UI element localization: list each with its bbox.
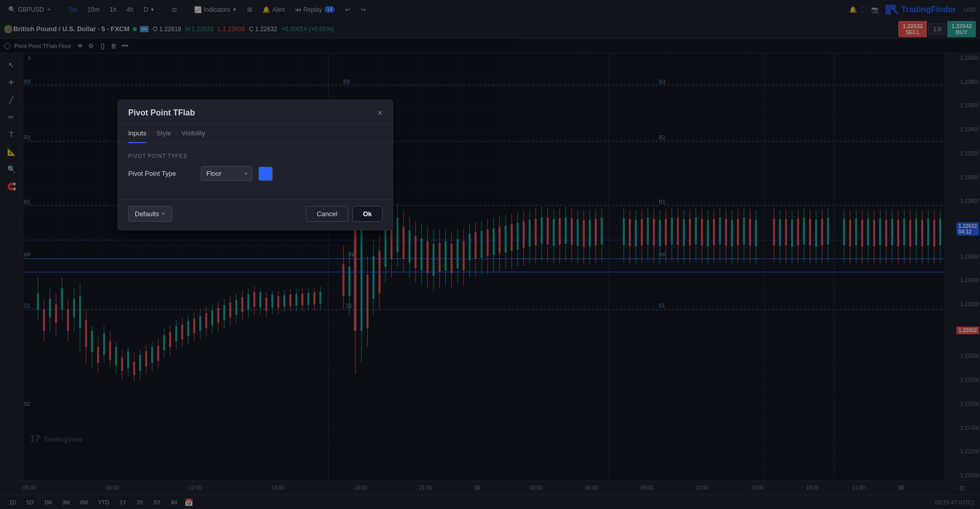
tab-style[interactable]: Style	[156, 124, 171, 143]
modal-tabs: Inputs Style Visibility	[118, 124, 393, 143]
section-pivot-types: PIVOT POINT TYPES	[128, 153, 383, 159]
pivot-type-label: Pivot Point Type	[128, 170, 195, 177]
cancel-button[interactable]: Cancel	[306, 206, 348, 222]
footer-actions: Cancel Ok	[306, 206, 383, 222]
modal-header: Pivot Point TFlab ×	[118, 100, 393, 124]
ok-button[interactable]: Ok	[352, 206, 383, 222]
modal-overlay: Pivot Point TFlab × Inputs Style Visibil…	[0, 0, 980, 509]
modal-footer: Defaults Cancel Ok	[118, 199, 393, 230]
pivot-point-modal: Pivot Point TFlab × Inputs Style Visibil…	[117, 100, 393, 230]
defaults-button[interactable]: Defaults	[128, 206, 172, 222]
pivot-type-row: Pivot Point Type Floor Traditional Fibon…	[128, 166, 383, 181]
tab-inputs[interactable]: Inputs	[128, 124, 146, 143]
pivot-type-select-wrapper: Floor Traditional Fibonacci Woodie Class…	[201, 166, 252, 181]
color-picker-button[interactable]	[258, 167, 273, 181]
modal-close-button[interactable]: ×	[377, 108, 383, 118]
modal-title: Pivot Point TFlab	[128, 108, 195, 118]
tab-visibility[interactable]: Visibility	[181, 124, 205, 143]
pivot-type-select[interactable]: Floor Traditional Fibonacci Woodie Class…	[201, 166, 252, 181]
modal-body: PIVOT POINT TYPES Pivot Point Type Floor…	[118, 143, 393, 199]
